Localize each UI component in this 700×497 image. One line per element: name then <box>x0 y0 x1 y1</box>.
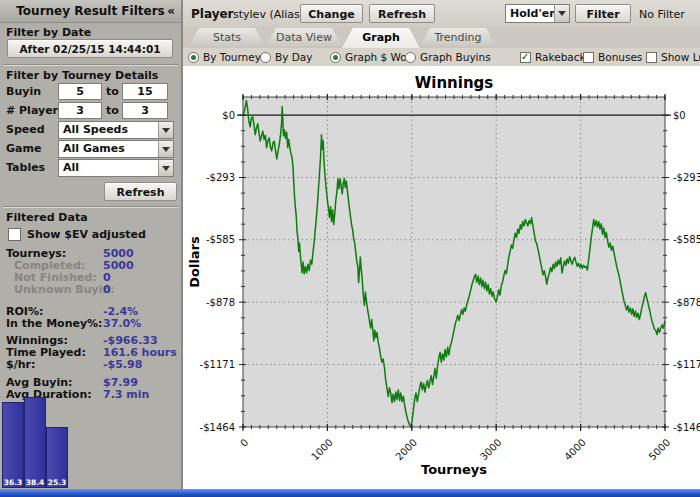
filtered-data-header: Filtered Data <box>6 211 88 224</box>
buyin-from-input[interactable]: 5 <box>58 83 102 100</box>
winnings-chart: $0$0-$293-$293-$585-$585-$878-$878-$1171… <box>183 66 700 489</box>
y-tick-label: $0 <box>673 110 686 121</box>
stat-row-winnings: Winnings: -$966.33 <box>0 334 181 346</box>
bottom-window-strip <box>0 489 700 497</box>
chevron-down-icon[interactable] <box>158 122 173 138</box>
y-tick-label: -$1171 <box>200 359 235 370</box>
show-luck-option[interactable]: Show Luck Ad <box>646 51 700 64</box>
y-tick-label: -$293 <box>206 172 235 183</box>
app-window: Tourney Result Filters « Filter by Date … <box>0 0 700 497</box>
histogram-bar: 38.4 <box>24 397 46 488</box>
x-tick-label: 5000 <box>647 437 673 463</box>
checkbox-icon[interactable] <box>646 52 657 63</box>
game-label: Game <box>6 142 41 155</box>
show-ev-checkbox[interactable] <box>8 228 21 241</box>
checkbox-icon[interactable] <box>520 52 531 63</box>
game-type-select[interactable]: Hold'em <box>505 4 570 23</box>
divider <box>3 206 178 208</box>
tables-label: Tables <box>6 161 45 174</box>
filter-button[interactable]: Filter ▼ <box>575 4 631 23</box>
sidebar-title-bar: Tourney Result Filters « <box>0 0 181 23</box>
checkbox-icon[interactable] <box>583 52 594 63</box>
y-tick-label: -$293 <box>673 172 700 183</box>
stat-row-completed: Completed: 5000 <box>0 259 181 271</box>
radio-icon[interactable] <box>330 52 341 63</box>
tab-trending[interactable]: Trending <box>419 28 497 48</box>
radio-icon[interactable] <box>405 52 416 63</box>
players-to-word: to <box>106 104 119 117</box>
stat-row-roi: ROI%: -2.4% <box>0 305 181 317</box>
tables-select[interactable]: All <box>58 159 174 177</box>
game-select[interactable]: All Games <box>58 140 174 158</box>
players-from-input[interactable]: 3 <box>58 102 102 119</box>
divider <box>3 64 178 66</box>
stat-row-time-played: Time Played: 161.6 hours <box>0 346 181 358</box>
tab-graph[interactable]: Graph <box>342 28 420 48</box>
filters-sidebar: Tourney Result Filters « Filter by Date … <box>0 0 183 489</box>
y-tick-label: $0 <box>222 110 235 121</box>
filter-status: No Filter <box>639 8 685 21</box>
x-tick-label: 0 <box>238 437 250 449</box>
radio-icon[interactable] <box>188 52 199 63</box>
chart-title: Winnings <box>415 74 494 92</box>
player-name: stylev (Alias) <box>233 8 304 21</box>
chevron-down-icon[interactable] <box>158 160 173 176</box>
y-tick-label: -$1171 <box>673 359 700 370</box>
radio-icon[interactable] <box>260 52 271 63</box>
speed-label: Speed <box>6 123 45 136</box>
players-to-input[interactable]: 3 <box>122 102 168 119</box>
x-axis-title: Tourneys <box>421 462 487 477</box>
graph-buyins-option[interactable]: Graph Buyins <box>405 51 491 64</box>
x-tick-label: 1000 <box>309 437 335 463</box>
sidebar-title: Tourney Result Filters <box>16 4 164 18</box>
refresh-button[interactable]: Refresh <box>369 4 435 23</box>
y-tick-label: -$585 <box>673 234 700 245</box>
x-tick-label: 3000 <box>478 437 504 463</box>
histogram-bar-label: 25.3 <box>47 478 67 487</box>
by-day-option[interactable]: By Day <box>260 51 313 64</box>
buyin-to-word: to <box>106 85 119 98</box>
plot-area <box>243 97 665 427</box>
histogram-bar-label: 36.3 <box>3 478 23 487</box>
y-tick-label: -$585 <box>206 234 235 245</box>
tab-bar: Stats Data View Graph Trending <box>183 27 700 49</box>
speed-select[interactable]: All Speeds <box>58 121 174 139</box>
winnings-line-chart-svg: $0$0-$293-$293-$585-$585-$878-$878-$1171… <box>183 66 700 489</box>
y-tick-label: -$1464 <box>673 422 700 433</box>
change-player-button[interactable]: Change ▼ <box>300 4 363 23</box>
stat-row-hourly: $/hr: -$5.98 <box>0 358 181 370</box>
player-label: Player <box>191 7 234 21</box>
stat-row-unknown-buyin: Unknown Buyin: 0 <box>0 283 181 295</box>
y-tick-label: -$1464 <box>200 422 235 433</box>
chevron-down-icon[interactable] <box>158 141 173 157</box>
graph-options-row: By Tourney By Day Graph $ Won Graph Buyi… <box>183 48 700 67</box>
buyin-to-input[interactable]: 15 <box>122 83 168 100</box>
player-toolbar: Player stylev (Alias) Change ▼ Refresh H… <box>183 0 700 28</box>
stat-row-tourneys: Tourneys: 5000 <box>0 247 181 259</box>
collapse-sidebar-icon[interactable]: « <box>167 0 175 22</box>
by-tourney-option[interactable]: By Tourney <box>188 51 261 64</box>
players-label: # Players <box>6 104 65 117</box>
date-filter-button[interactable]: After 02/25/15 14:44:01 <box>7 39 173 58</box>
x-tick-label: 4000 <box>562 437 588 463</box>
histogram-bar: 36.3 <box>2 402 24 488</box>
rakeback-option[interactable]: Rakeback <box>520 51 586 64</box>
x-tick-label: 2000 <box>393 437 419 463</box>
histogram-bar: 25.3 <box>46 427 68 488</box>
tab-stats[interactable]: Stats <box>188 28 266 48</box>
y-tick-label: -$878 <box>206 297 235 308</box>
graph-won-option[interactable]: Graph $ Won <box>330 51 413 64</box>
bonuses-option[interactable]: Bonuses <box>583 51 642 64</box>
tab-dataview[interactable]: Data View <box>265 28 343 48</box>
histogram-bar-label: 38.4 <box>25 478 45 487</box>
show-ev-label: Show $EV adjusted <box>27 228 146 241</box>
filter-by-date-header: Filter by Date <box>6 26 91 39</box>
y-tick-label: -$878 <box>673 297 700 308</box>
stat-row-itm: In the Money%: 37.0% <box>0 317 181 329</box>
chevron-down-icon[interactable] <box>554 5 569 22</box>
main-panel: Player stylev (Alias) Change ▼ Refresh H… <box>183 0 700 489</box>
sidebar-refresh-button[interactable]: Refresh <box>104 182 177 201</box>
stat-row-not-finished: Not Finished: 0 <box>0 271 181 283</box>
buyin-label: Buyin <box>6 85 41 98</box>
filter-by-details-header: Filter by Tourney Details <box>6 69 158 82</box>
